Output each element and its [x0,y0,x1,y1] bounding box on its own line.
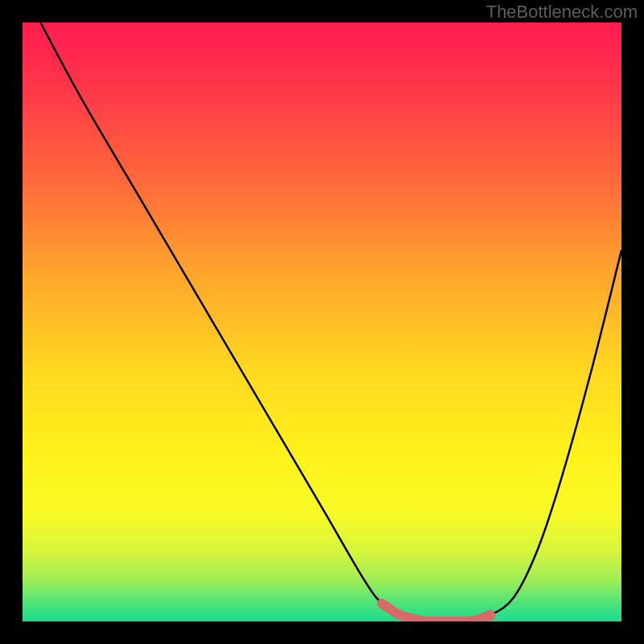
bottleneck-curve [40,23,621,621]
plot-area [23,23,621,621]
watermark-text: TheBottleneck.com [486,2,638,23]
optimal-point-dot [484,610,495,621]
optimal-range-highlight [382,604,489,621]
chart-svg [23,23,621,621]
